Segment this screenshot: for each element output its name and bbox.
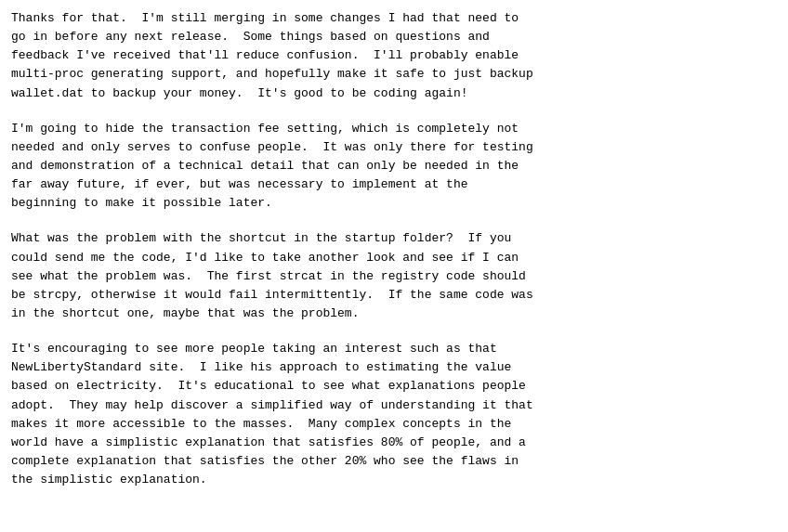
paragraph-2: I'm going to hide the transaction fee se… [11, 120, 777, 214]
paragraph-3: What was the problem with the shortcut i… [11, 229, 777, 323]
main-content: Thanks for that. I'm still merging in so… [11, 9, 777, 489]
paragraph-4: It's encouraging to see more people taki… [11, 340, 777, 489]
paragraph-1: Thanks for that. I'm still merging in so… [11, 9, 777, 103]
